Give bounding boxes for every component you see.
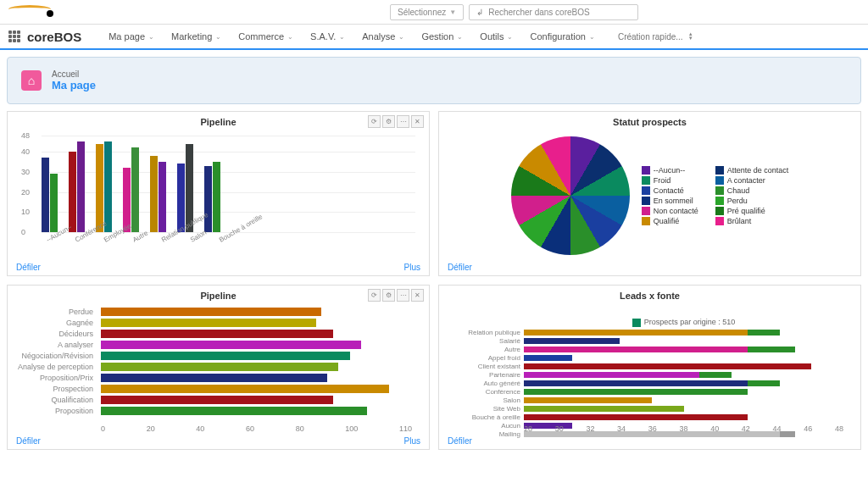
bar-segment[interactable] (524, 363, 811, 369)
bar[interactable] (213, 162, 220, 232)
module-select[interactable]: Sélectionnez▼ (390, 4, 464, 20)
bar[interactable] (131, 147, 139, 232)
more-icon[interactable]: ⋯ (397, 289, 409, 302)
legend-item[interactable]: Chaud (715, 186, 789, 195)
bar-segment[interactable] (524, 389, 748, 395)
legend-item[interactable]: Attente de contact (715, 166, 789, 175)
legend-swatch (715, 207, 724, 215)
more-icon[interactable]: ⋯ (397, 115, 409, 128)
bar-segment[interactable] (524, 406, 684, 412)
bar[interactable] (150, 156, 158, 232)
collapse-link[interactable]: Défiler (16, 436, 41, 446)
bar[interactable] (177, 164, 185, 232)
legend-item[interactable]: Brûlant (715, 217, 789, 225)
bar[interactable] (42, 158, 49, 232)
legend-swatch (642, 176, 650, 185)
legend-item[interactable]: --Aucun-- (642, 166, 698, 175)
bar[interactable] (96, 144, 103, 233)
bar-segment[interactable] (748, 330, 780, 336)
bar-segment[interactable] (524, 397, 652, 403)
stepper-arrows-icon: ▲▼ (688, 32, 693, 41)
quick-create-select[interactable]: Création rapide...▲▼ (610, 28, 701, 46)
chevron-down-icon: ⌄ (507, 33, 513, 41)
bar-segment[interactable] (524, 372, 699, 378)
bar[interactable] (101, 319, 316, 327)
legend-swatch (642, 186, 650, 195)
settings-icon[interactable]: ⚙ (382, 289, 395, 302)
widget-pipeline-hbar: Pipeline ⟳ ⚙ ⋯ ✕ PerdueGagnéeDécideursA … (7, 285, 430, 450)
menu-configuration[interactable]: Configuration⌄ (521, 25, 603, 48)
menu-marketing[interactable]: Marketing⌄ (163, 25, 230, 48)
bar[interactable] (101, 352, 350, 360)
bar[interactable] (101, 308, 321, 316)
widget-title: Leads x fonte (448, 291, 852, 301)
bar[interactable] (50, 174, 58, 232)
bar[interactable] (101, 330, 333, 338)
menu-outils[interactable]: Outils⌄ (471, 25, 521, 48)
pie-chart (511, 136, 630, 255)
settings-icon[interactable]: ⚙ (382, 115, 395, 128)
close-icon[interactable]: ✕ (411, 289, 424, 302)
legend-item[interactable]: Contacté (642, 186, 698, 195)
refresh-icon[interactable]: ⟳ (368, 289, 381, 302)
bar-segment[interactable] (524, 355, 572, 361)
bar[interactable] (104, 141, 112, 232)
legend-item[interactable]: A contacter (715, 176, 789, 185)
bar-segment[interactable] (524, 347, 748, 352)
apps-grid-icon[interactable] (8, 30, 20, 42)
bar[interactable] (101, 374, 327, 382)
widget-title: Statut prospects (448, 117, 852, 127)
page-title: Ma page (52, 79, 96, 92)
bar[interactable] (204, 166, 212, 232)
brand-label: coreBOS (27, 30, 81, 44)
bar-segment[interactable] (748, 347, 796, 352)
bar[interactable] (69, 152, 76, 232)
legend-swatch (715, 217, 724, 225)
more-link[interactable]: Plus (404, 263, 420, 272)
bar[interactable] (101, 385, 389, 393)
search-input[interactable]: ↲Rechercher dans coreBOS (469, 4, 638, 20)
chevron-down-icon: ⌄ (339, 33, 345, 41)
chart-legend: Prospects par origine : 510 (524, 318, 843, 327)
legend-item[interactable]: Pré qualifié (715, 207, 789, 215)
menu-gestion[interactable]: Gestion⌄ (413, 25, 471, 48)
legend-item[interactable]: Non contacté (642, 207, 698, 215)
bar[interactable] (101, 341, 361, 349)
widget-statut-prospects: Statut prospects --Aucun--Attente de con… (438, 111, 861, 276)
home-icon[interactable]: ⌂ (21, 70, 42, 91)
bar-segment[interactable] (524, 380, 748, 386)
legend-swatch (642, 166, 650, 175)
legend-item[interactable]: Froid (642, 176, 698, 185)
caret-down-icon: ▼ (449, 8, 456, 16)
bar-segment[interactable] (699, 372, 732, 378)
legend-item[interactable]: Qualifié (642, 217, 698, 225)
legend-swatch (642, 207, 650, 215)
chevron-down-icon: ⌄ (215, 33, 221, 41)
menu-commerce[interactable]: Commerce⌄ (230, 25, 302, 48)
bar[interactable] (159, 162, 166, 232)
legend-item[interactable]: Perdu (715, 197, 789, 205)
chevron-down-icon: ⌄ (589, 33, 595, 41)
bar-segment[interactable] (524, 338, 620, 344)
menu-mapage[interactable]: Ma page⌄ (100, 25, 163, 48)
widget-title: Pipeline (16, 117, 420, 127)
more-link[interactable]: Plus (404, 436, 420, 446)
widget-leads-fonte: Leads x fonte Prospects par origine : 51… (438, 285, 861, 450)
refresh-icon[interactable]: ⟳ (368, 115, 381, 128)
menu-sav[interactable]: S.A.V.⌄ (302, 25, 353, 48)
bar-segment[interactable] (524, 330, 748, 336)
menu-analyse[interactable]: Analyse⌄ (353, 25, 413, 48)
bar[interactable] (101, 396, 333, 404)
bar[interactable] (101, 363, 338, 371)
close-icon[interactable]: ✕ (411, 115, 424, 128)
logo (8, 3, 59, 20)
bar-segment[interactable] (524, 414, 748, 420)
bar[interactable] (101, 407, 367, 415)
collapse-link[interactable]: Défiler (16, 263, 41, 272)
collapse-link[interactable]: Défiler (448, 263, 472, 272)
legend-swatch (715, 197, 724, 205)
bar-segment[interactable] (748, 380, 780, 386)
legend-swatch (642, 197, 650, 205)
legend-item[interactable]: En sommeil (642, 197, 698, 205)
bar[interactable] (77, 141, 85, 232)
